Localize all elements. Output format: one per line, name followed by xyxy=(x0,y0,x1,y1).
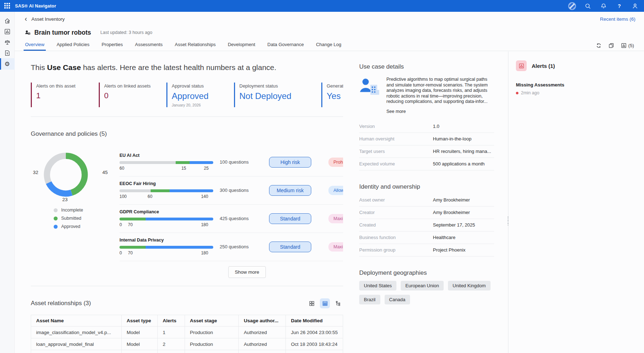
legend-incomplete: Incomplete xyxy=(54,208,119,213)
stat-alerts-linked-assets: Alerts on linked assets 0 xyxy=(99,83,166,107)
notifications-bell-icon[interactable] xyxy=(600,2,608,10)
recent-items-link[interactable]: Recent items (6) xyxy=(600,16,635,22)
policy-status-badge: Maximum Allowed xyxy=(328,242,343,252)
panel-resize-handle[interactable] xyxy=(507,217,509,225)
table-header-row: Asset Name Asset type Alerts Asset stage… xyxy=(31,315,343,327)
legend-dot-submitted xyxy=(54,217,58,220)
header-alerts-count-button[interactable]: (5) xyxy=(621,43,634,49)
risk-level-button[interactable]: Standard xyxy=(269,242,311,252)
copy-icon[interactable] xyxy=(608,43,614,49)
use-case-fields: Version1.0 Human oversightHuman-in-the-l… xyxy=(359,120,494,170)
field-human-oversight: Human oversightHuman-in-the-loop xyxy=(359,133,494,145)
risk-level-button[interactable]: High risk xyxy=(269,157,311,168)
alert-status-dot xyxy=(516,92,518,94)
policy-progress-bar xyxy=(119,189,213,192)
policy-questions: 425 questions xyxy=(220,216,259,221)
search-icon[interactable] xyxy=(584,2,592,10)
tab-development[interactable]: Development xyxy=(226,39,257,51)
page: ‹ Asset Inventory Recent items (6) Brain… xyxy=(15,12,644,353)
donut-value-submitted: 45 xyxy=(102,170,108,175)
tab-change-log[interactable]: Change Log xyxy=(314,39,343,51)
settings-gear-icon[interactable]: ⚙ xyxy=(0,58,15,70)
tab-applied-policies[interactable]: Applied Policies xyxy=(55,39,91,51)
field-created: CreatedSeptember 17, 2025 xyxy=(359,219,494,232)
legend-dot-incomplete xyxy=(54,208,58,212)
field-target-users: Target usersHR recruiters, hiring mana..… xyxy=(359,145,494,158)
relationships-header: Asset relationships (3) xyxy=(31,298,343,308)
stat-alerts-this-asset: Alerts on this asset 1 xyxy=(31,83,99,107)
governance-body: 32 45 23 Incomplete Submitted xyxy=(31,151,343,284)
user-icon[interactable] xyxy=(631,2,639,10)
left-sidebar: ⚙ xyxy=(0,12,15,353)
panel-divider xyxy=(508,51,508,353)
use-case-details-title: Use case details xyxy=(359,63,494,70)
field-business-function: Business functionHealthcare xyxy=(359,232,494,244)
refresh-icon[interactable] xyxy=(596,43,602,49)
home-icon[interactable] xyxy=(0,15,15,26)
col-asset-type[interactable]: Asset type xyxy=(121,315,157,327)
app-launcher-icon[interactable] xyxy=(4,3,11,9)
logo-icon[interactable] xyxy=(568,2,576,10)
health-banner: This Use Case has alerts. Here are the l… xyxy=(31,63,343,72)
tab-data-governance[interactable]: Data Governance xyxy=(266,39,305,51)
legend-dot-approved xyxy=(54,225,58,229)
geo-tag-brazil[interactable]: Brazil xyxy=(359,295,380,304)
table-row[interactable]: chatbot_intent_model Model Testing Restr… xyxy=(31,350,343,353)
last-updated-text: Last updated: 3 hours ago xyxy=(100,30,152,35)
risk-level-button[interactable]: Standard xyxy=(269,213,311,224)
col-usage-authorization[interactable]: Usage author... xyxy=(239,315,286,327)
col-asset-stage[interactable]: Asset stage xyxy=(185,315,239,327)
table-row[interactable]: loan_approval_model_final Model 2 Produc… xyxy=(31,338,343,350)
field-creator: CreatorAmy Brookheimer xyxy=(359,207,494,219)
tab-overview[interactable]: Overview xyxy=(24,39,46,51)
stats-row: Alerts on this asset 1 Alerts on linked … xyxy=(31,83,343,107)
table-view-icon[interactable] xyxy=(320,298,330,308)
help-icon[interactable]: ? xyxy=(615,2,623,10)
stat-deployment-status: Deployment status Not Deployed xyxy=(234,83,321,107)
breadcrumb-asset-inventory[interactable]: Asset Inventory xyxy=(31,16,65,22)
cards-view-icon[interactable] xyxy=(307,298,317,308)
tab-asset-relationships[interactable]: Asset Relationships xyxy=(174,39,217,51)
alert-square-icon xyxy=(516,60,527,71)
field-expected-volume: Expected volume500 applications a month xyxy=(359,158,494,170)
donut-value-approved: 23 xyxy=(62,197,68,202)
geo-tag-canada[interactable]: Canada xyxy=(385,295,410,304)
governance-donut-chart: 32 45 23 Incomplete Submitted xyxy=(31,151,119,284)
governance-scale-icon[interactable] xyxy=(0,37,15,48)
tab-assessments[interactable]: Assessments xyxy=(133,39,164,51)
hierarchy-view-icon[interactable] xyxy=(333,298,343,308)
identity-title: Identity and ownership xyxy=(359,183,494,190)
main-column: This Use Case has alerts. Here are the l… xyxy=(31,51,343,353)
alert-asset-icon[interactable] xyxy=(0,26,15,37)
app-title: SAS® AI Navigator xyxy=(15,4,56,9)
show-more-button[interactable]: Show more xyxy=(228,266,265,278)
header-alerts-count: (5) xyxy=(628,43,634,48)
risk-level-button[interactable]: Medium risk xyxy=(269,185,311,196)
details-column: Use case details Predictive algorithms t… xyxy=(359,51,494,353)
legend-approved: Approved xyxy=(54,224,119,229)
donut-value-incomplete: 32 xyxy=(33,170,38,175)
table-row[interactable]: image_classification_model_v4.p... Model… xyxy=(31,327,343,338)
back-chevron-icon[interactable]: ‹ xyxy=(25,15,27,22)
relationships-table: Asset Name Asset type Alerts Asset stage… xyxy=(31,315,343,353)
policy-progress-bar xyxy=(119,161,213,164)
geo-tag-united-states[interactable]: United States xyxy=(359,281,396,290)
identity-fields: Asset ownerAmy Brookheimer CreatorAmy Br… xyxy=(359,194,494,257)
document-icon[interactable] xyxy=(0,48,15,58)
geo-tag-united-kingdom[interactable]: United Kingdom xyxy=(448,281,491,290)
breadcrumb: ‹ Asset Inventory Recent items (6) xyxy=(15,12,644,26)
geo-tag-european-union[interactable]: European Union xyxy=(401,281,444,290)
title-row: Brain tumor robots Last updated: 3 hours… xyxy=(15,26,644,39)
divider xyxy=(31,286,343,286)
col-date-modified[interactable]: Date Modified xyxy=(286,315,343,327)
top-bar: SAS® AI Navigator ? xyxy=(0,0,644,12)
col-asset-name[interactable]: Asset Name xyxy=(31,315,122,327)
legend-submitted: Submitted xyxy=(54,216,119,221)
use-case-type-icon xyxy=(25,30,31,36)
field-version: Version1.0 xyxy=(359,120,494,133)
see-more-link[interactable]: See more xyxy=(386,109,406,114)
tab-properties[interactable]: Properties xyxy=(100,39,124,51)
col-alerts[interactable]: Alerts xyxy=(157,315,185,327)
alert-item-title[interactable]: Missing Assessments xyxy=(516,82,644,88)
policy-questions: 100 questions xyxy=(220,159,259,165)
